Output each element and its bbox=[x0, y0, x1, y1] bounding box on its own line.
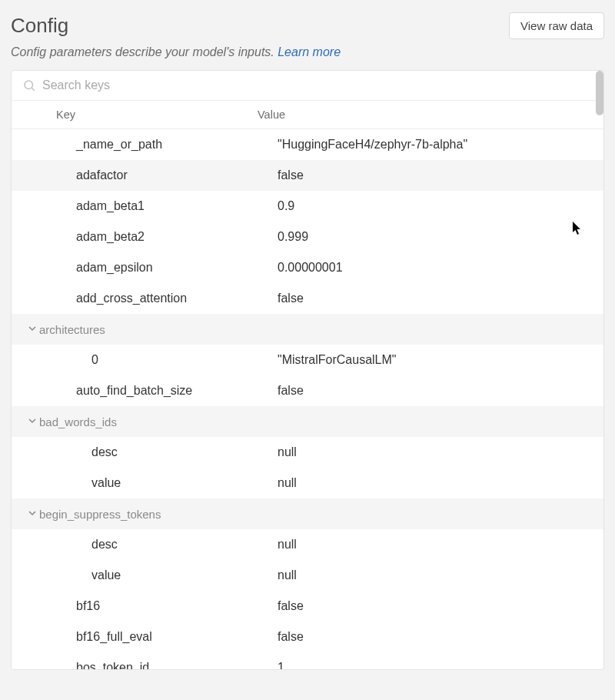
config-key: 0 bbox=[32, 353, 278, 367]
config-key: auto_find_batch_size bbox=[32, 384, 278, 398]
config-group-row[interactable]: bad_words_ids bbox=[12, 406, 603, 437]
config-value: "MistralForCausalLM" bbox=[278, 353, 603, 367]
config-row: valuenull bbox=[12, 468, 603, 498]
search-input[interactable] bbox=[42, 78, 593, 92]
config-row: descnull bbox=[12, 529, 603, 560]
svg-point-0 bbox=[25, 81, 33, 89]
subtitle-text: Config parameters describe your model's … bbox=[11, 45, 278, 58]
config-key: begin_suppress_tokens bbox=[32, 508, 278, 521]
config-key: adam_beta1 bbox=[32, 199, 278, 213]
config-value: false bbox=[278, 168, 603, 182]
table-header: Key Value bbox=[12, 101, 603, 129]
config-value: false bbox=[278, 384, 603, 398]
config-value: null bbox=[278, 445, 603, 459]
column-header-value: Value bbox=[258, 108, 603, 121]
config-key: adafactor bbox=[32, 168, 278, 182]
scrollbar[interactable] bbox=[596, 71, 603, 115]
config-key: value bbox=[32, 476, 278, 490]
config-key: value bbox=[32, 568, 278, 582]
config-header: Config View raw data bbox=[0, 0, 615, 45]
config-key: desc bbox=[32, 538, 278, 552]
config-key: bos_token_id bbox=[32, 661, 278, 670]
config-value: "HuggingFaceH4/zephyr-7b-alpha" bbox=[278, 138, 603, 152]
config-row: bos_token_id1 bbox=[12, 652, 603, 670]
config-value: 0.999 bbox=[278, 230, 603, 244]
config-subtitle: Config parameters describe your model's … bbox=[0, 45, 615, 70]
config-row: descnull bbox=[12, 437, 603, 468]
config-group-row[interactable]: architectures bbox=[12, 314, 603, 345]
config-key: _name_or_path bbox=[32, 138, 278, 152]
config-value: null bbox=[278, 568, 603, 582]
config-key: add_cross_attention bbox=[32, 292, 278, 305]
config-value: 1 bbox=[278, 661, 603, 670]
config-row: adam_beta10.9 bbox=[12, 191, 603, 222]
config-value: 0.00000001 bbox=[278, 261, 603, 275]
config-row: bf16_full_evalfalse bbox=[12, 622, 603, 652]
view-raw-button[interactable]: View raw data bbox=[509, 12, 604, 39]
config-key: bf16 bbox=[32, 599, 278, 613]
svg-line-1 bbox=[32, 88, 34, 90]
chevron-down-icon bbox=[12, 508, 32, 519]
config-row: valuenull bbox=[12, 560, 603, 591]
config-row: bf16false bbox=[12, 591, 603, 622]
config-row: add_cross_attentionfalse bbox=[12, 283, 603, 314]
page-title: Config bbox=[11, 14, 68, 38]
config-key: adam_beta2 bbox=[32, 230, 278, 244]
search-wrap bbox=[12, 71, 603, 101]
config-value: 0.9 bbox=[278, 199, 603, 213]
config-key: bad_words_ids bbox=[32, 415, 278, 428]
config-rows: _name_or_path"HuggingFaceH4/zephyr-7b-al… bbox=[12, 129, 603, 670]
config-panel: Key Value _name_or_path"HuggingFaceH4/ze… bbox=[11, 70, 604, 670]
config-row: adam_epsilon0.00000001 bbox=[12, 252, 603, 283]
column-header-key: Key bbox=[12, 108, 258, 121]
config-row: adafactorfalse bbox=[12, 160, 603, 191]
config-group-row[interactable]: begin_suppress_tokens bbox=[12, 498, 603, 529]
config-row: adam_beta20.999 bbox=[12, 222, 603, 252]
config-value: false bbox=[278, 292, 603, 305]
chevron-down-icon bbox=[12, 416, 32, 427]
config-row: _name_or_path"HuggingFaceH4/zephyr-7b-al… bbox=[12, 129, 603, 160]
chevron-down-icon bbox=[12, 324, 32, 335]
config-key: adam_epsilon bbox=[32, 261, 278, 275]
config-row: auto_find_batch_sizefalse bbox=[12, 375, 603, 406]
learn-more-link[interactable]: Learn more bbox=[278, 45, 341, 58]
config-value: false bbox=[278, 599, 603, 613]
config-value: null bbox=[278, 538, 603, 552]
config-key: bf16_full_eval bbox=[32, 630, 278, 644]
config-key: architectures bbox=[32, 323, 278, 336]
config-value: false bbox=[278, 630, 603, 644]
config-value: null bbox=[278, 476, 603, 490]
config-key: desc bbox=[32, 445, 278, 459]
config-row: 0"MistralForCausalLM" bbox=[12, 345, 603, 375]
search-icon bbox=[22, 78, 36, 92]
